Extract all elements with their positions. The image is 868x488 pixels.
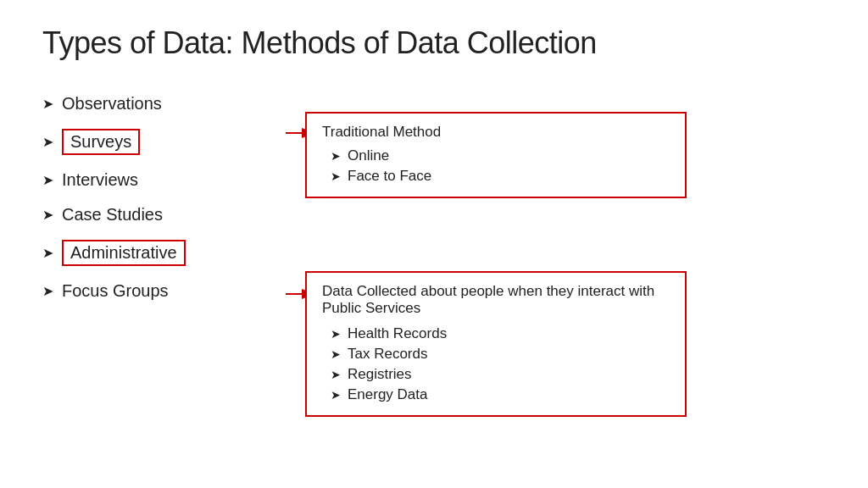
admin-item-tax-records: ➤ Tax Records	[331, 344, 670, 364]
arrow-icon-online: ➤	[331, 149, 341, 163]
traditional-item-face-to-face: ➤ Face to Face	[331, 166, 670, 186]
item-label-interviews: Interviews	[62, 170, 138, 190]
admin-item-registries-label: Registries	[348, 366, 412, 383]
item-label-administrative: Administrative	[62, 240, 186, 266]
admin-data-box: Data Collected about people when they in…	[305, 271, 687, 417]
admin-box-title: Data Collected about people when they in…	[322, 283, 670, 317]
admin-box-list: ➤ Health Records ➤ Tax Records ➤ Registr…	[322, 324, 670, 405]
item-label-focus-groups: Focus Groups	[62, 281, 169, 301]
arrow-icon-administrative: ➤	[42, 245, 53, 261]
traditional-item-online: ➤ Online	[331, 146, 670, 166]
list-item-focus-groups: ➤ Focus Groups	[42, 274, 305, 308]
arrow-icon-focus-groups: ➤	[42, 283, 53, 299]
admin-item-energy-data-label: Energy Data	[348, 386, 428, 403]
item-label-case-studies: Case Studies	[62, 205, 163, 225]
arrow-icon-interviews: ➤	[42, 172, 53, 188]
arrow-icon-observations: ➤	[42, 96, 53, 112]
admin-item-energy-data: ➤ Energy Data	[331, 385, 670, 405]
arrow-icon-registries: ➤	[331, 368, 341, 381]
admin-item-tax-records-label: Tax Records	[348, 346, 427, 363]
list-item-surveys: ➤ Surveys	[42, 121, 305, 163]
arrow-icon-surveys: ➤	[42, 134, 53, 150]
item-label-observations: Observations	[62, 94, 162, 114]
arrow-icon-case-studies: ➤	[42, 207, 53, 223]
list-item-administrative: ➤ Administrative	[42, 232, 305, 274]
content-area: ➤ Observations ➤ Surveys ➤ Interviews ➤ …	[42, 86, 826, 308]
arrow-icon-face-to-face: ➤	[331, 169, 341, 183]
arrow-icon-health-records: ➤	[331, 327, 341, 341]
page-title: Types of Data: Methods of Data Collectio…	[42, 25, 826, 61]
admin-item-registries: ➤ Registries	[331, 364, 670, 385]
traditional-item-face-to-face-label: Face to Face	[348, 168, 431, 185]
list-item-interviews: ➤ Interviews	[42, 163, 305, 197]
traditional-item-online-label: Online	[348, 147, 389, 164]
admin-item-health-records: ➤ Health Records	[331, 324, 670, 344]
left-list: ➤ Observations ➤ Surveys ➤ Interviews ➤ …	[42, 86, 305, 308]
traditional-box-list: ➤ Online ➤ Face to Face	[322, 146, 670, 186]
item-label-surveys: Surveys	[62, 129, 140, 155]
list-item-observations: ➤ Observations	[42, 86, 305, 121]
list-item-case-studies: ➤ Case Studies	[42, 197, 305, 232]
arrow-icon-tax-records: ➤	[331, 347, 341, 361]
admin-item-health-records-label: Health Records	[348, 325, 447, 342]
traditional-box-title: Traditional Method	[322, 124, 670, 141]
slide: Types of Data: Methods of Data Collectio…	[0, 0, 868, 488]
arrow-icon-energy-data: ➤	[331, 388, 341, 402]
traditional-method-box: Traditional Method ➤ Online ➤ Face to Fa…	[305, 112, 687, 198]
right-panels: Traditional Method ➤ Online ➤ Face to Fa…	[305, 86, 805, 308]
